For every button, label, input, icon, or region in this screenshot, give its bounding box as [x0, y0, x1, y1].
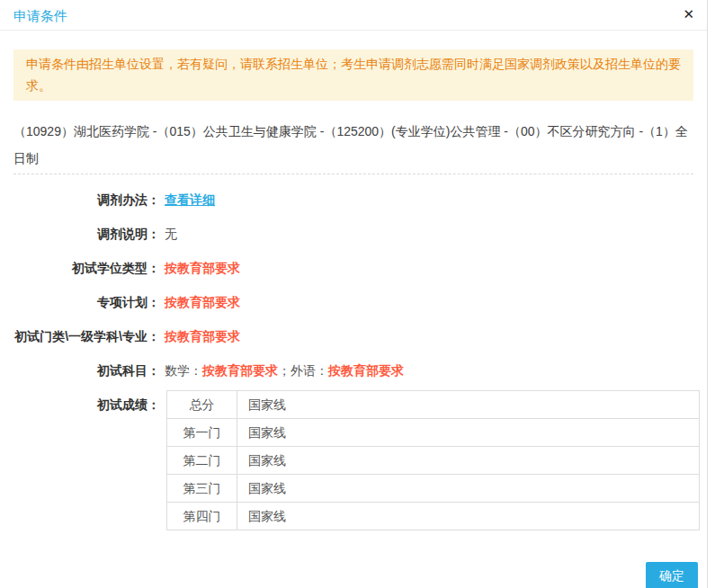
- notice-banner: 申请条件由招生单位设置，若有疑问，请联系招生单位；考生申请调剂志愿需同时满足国家…: [13, 49, 693, 101]
- score-value-cell: 国家线: [237, 447, 700, 475]
- field-value: 无: [165, 227, 177, 241]
- score-value-cell: 国家线: [237, 419, 700, 447]
- field-label: 初试科目：: [13, 364, 160, 378]
- row-exam-scores: 初试成绩： 总分 国家线 第一门 国家线: [13, 390, 693, 530]
- dashed-divider: [13, 174, 693, 174]
- score-value-cell: 国家线: [237, 475, 700, 503]
- modal-footer: 确定: [0, 530, 707, 588]
- row-special-plan: 专项计划： 按教育部要求: [13, 296, 693, 309]
- scores-table: 总分 国家线 第一门 国家线 第二门 国家线: [166, 390, 700, 530]
- view-details-link[interactable]: 查看详细: [165, 192, 215, 207]
- modal-header: 申请条件 ✕: [0, 0, 707, 31]
- score-name-cell: 第四门: [167, 503, 237, 530]
- dialog-title: 申请条件: [13, 8, 67, 23]
- program-info: （10929）湖北医药学院 -（015）公共卫生与健康学院 -（125200）(…: [13, 118, 693, 172]
- field-label: 初试成绩：: [13, 390, 160, 412]
- foreign-language-label: 外语：: [290, 363, 328, 378]
- row-exam-subjects: 初试科目： 数学：按教育部要求；外语：按教育部要求: [13, 364, 693, 378]
- field-label: 专项计划：: [13, 296, 160, 309]
- table-row: 第四门 国家线: [167, 503, 700, 530]
- field-label: 调剂办法：: [13, 193, 160, 207]
- modal-body: 申请条件由招生单位设置，若有疑问，请联系招生单位；考生申请调剂志愿需同时满足国家…: [0, 49, 707, 530]
- application-conditions-modal: 申请条件 ✕ 申请条件由招生单位设置，若有疑问，请联系招生单位；考生申请调剂志愿…: [0, 0, 708, 588]
- table-row: 总分 国家线: [167, 391, 700, 419]
- field-label: 初试学位类型：: [13, 262, 160, 275]
- condition-rows: 调剂办法： 查看详细 调剂说明： 无 初试学位类型： 按教育部要求 专项计划： …: [13, 193, 693, 530]
- field-label: 调剂说明：: [13, 227, 160, 241]
- table-row: 第一门 国家线: [167, 419, 700, 447]
- score-value-cell: 国家线: [237, 391, 700, 419]
- close-icon[interactable]: ✕: [683, 5, 694, 23]
- row-discipline-category: 初试门类\一级学科\专业： 按教育部要求: [13, 330, 693, 343]
- confirm-button[interactable]: 确定: [646, 562, 698, 588]
- score-name-cell: 第一门: [167, 419, 237, 447]
- score-value-cell: 国家线: [237, 503, 700, 530]
- row-transfer-method: 调剂办法： 查看详细: [13, 193, 693, 207]
- field-value: 按教育部要求: [165, 296, 240, 309]
- score-name-cell: 第三门: [167, 475, 237, 503]
- math-label: 数学：: [165, 363, 202, 378]
- foreign-language-value: 按教育部要求: [328, 363, 404, 378]
- score-name-cell: 总分: [167, 391, 237, 419]
- table-row: 第三门 国家线: [167, 475, 700, 503]
- math-value: 按教育部要求: [202, 363, 278, 378]
- row-degree-type: 初试学位类型： 按教育部要求: [13, 262, 693, 275]
- field-value: 按教育部要求: [165, 330, 240, 343]
- row-transfer-note: 调剂说明： 无: [13, 227, 693, 241]
- field-value: 按教育部要求: [165, 262, 240, 275]
- separator: ；: [278, 363, 290, 378]
- field-label: 初试门类\一级学科\专业：: [13, 330, 160, 343]
- table-row: 第二门 国家线: [167, 447, 700, 475]
- score-name-cell: 第二门: [167, 447, 237, 475]
